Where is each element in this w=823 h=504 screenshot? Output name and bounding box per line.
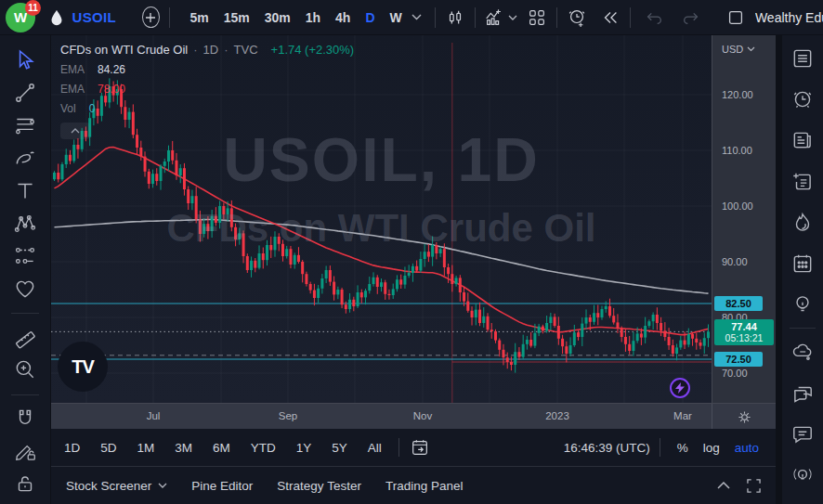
utc-clock[interactable]: 16:46:39 (UTC) bbox=[564, 441, 650, 455]
legend-collapse-button[interactable] bbox=[60, 123, 90, 139]
chat-comment-icon[interactable] bbox=[790, 422, 816, 446]
legend-indicator-row[interactable]: EMA78.00 bbox=[60, 83, 354, 96]
fullscreen-icon[interactable] bbox=[747, 479, 761, 493]
trend-line-tool-button[interactable] bbox=[12, 81, 38, 105]
legend-indicator-row[interactable]: EMA84.26 bbox=[60, 63, 354, 76]
price-tick: 90.00 bbox=[722, 256, 748, 267]
price-tick: 110.00 bbox=[722, 145, 752, 156]
price-scale-currency[interactable]: USD bbox=[722, 44, 755, 55]
timeframe-D[interactable]: D bbox=[359, 7, 380, 28]
gear-icon[interactable] bbox=[738, 410, 751, 424]
range-1d[interactable]: 1D bbox=[57, 437, 87, 459]
ideas-bulb-icon[interactable] bbox=[790, 292, 816, 317]
indicators-chevron-icon[interactable] bbox=[504, 12, 521, 22]
range-ytd[interactable]: YTD bbox=[243, 437, 283, 459]
last-price-label: 77.4405:13:21 bbox=[714, 319, 774, 345]
legend-title-row[interactable]: CFDs on WTI Crude Oil · 1D · TVC +1.74 (… bbox=[60, 43, 354, 57]
percent-scale-button[interactable]: % bbox=[670, 438, 696, 458]
fib-retracement-tool-button[interactable] bbox=[12, 113, 38, 137]
right-sidebar bbox=[776, 35, 823, 504]
compare-add-symbol-button[interactable] bbox=[142, 6, 160, 28]
brush-tool-button[interactable] bbox=[12, 146, 38, 170]
save-layout-icon[interactable] bbox=[725, 6, 746, 29]
price-tick: 100.00 bbox=[722, 200, 753, 212]
calendar-icon[interactable] bbox=[790, 252, 816, 276]
drawing-mode-lock-button[interactable] bbox=[12, 439, 38, 463]
streams-icon[interactable] bbox=[790, 463, 816, 487]
news-icon[interactable] bbox=[790, 128, 816, 152]
alerts-icon[interactable] bbox=[790, 87, 816, 111]
magnet-tool-button[interactable] bbox=[12, 406, 38, 430]
tab-label: Trading Panel bbox=[385, 479, 464, 493]
divider bbox=[556, 7, 557, 28]
timeframe-5m[interactable]: 5m bbox=[184, 7, 214, 28]
redo-button[interactable] bbox=[681, 6, 701, 29]
tab-pine-editor[interactable]: Pine Editor bbox=[191, 479, 253, 493]
timeframe-4h[interactable]: 4h bbox=[330, 7, 356, 28]
public-chats-icon[interactable] bbox=[790, 381, 816, 405]
last-price-value: 77.44 bbox=[714, 321, 774, 332]
legend-indicator-rows: EMA84.26EMA78.00Vol0 bbox=[60, 63, 354, 115]
time-scale[interactable]: JulSepNov2023Mar bbox=[51, 403, 776, 429]
divider bbox=[11, 313, 39, 314]
auto-scale-button[interactable]: auto bbox=[727, 438, 766, 458]
indicator-value: 0 bbox=[89, 102, 96, 115]
tab-stock-screener[interactable]: Stock Screener bbox=[66, 479, 167, 493]
forecast-tool-button[interactable] bbox=[12, 244, 38, 268]
account-name[interactable]: Wealthy Educ... bbox=[755, 10, 823, 25]
range-3m[interactable]: 3M bbox=[167, 437, 200, 459]
watchlist-icon[interactable] bbox=[790, 46, 816, 71]
emoji-heart-tool-button[interactable] bbox=[12, 277, 38, 301]
candle-style-button[interactable] bbox=[445, 6, 465, 29]
oil-drop-icon bbox=[47, 8, 66, 27]
timeframe-1h[interactable]: 1h bbox=[300, 7, 326, 28]
hotlists-flame-icon[interactable] bbox=[790, 211, 816, 235]
timeframe-30m[interactable]: 30m bbox=[259, 7, 296, 28]
account-logo[interactable]: W 11 bbox=[0, 0, 34, 35]
tradingview-app: W 11 USOIL 5m15m30m1h4hDW bbox=[0, 0, 823, 504]
layout-grid-button[interactable] bbox=[527, 6, 547, 29]
lock-all-drawings-button[interactable] bbox=[12, 472, 38, 496]
chevron-down-icon[interactable] bbox=[408, 12, 425, 22]
time-tick: 2023 bbox=[545, 410, 569, 421]
indicator-value: 78.00 bbox=[98, 83, 125, 96]
indicators-button[interactable] bbox=[484, 6, 504, 29]
timeframe-W[interactable]: W bbox=[385, 7, 408, 28]
alert-add-button[interactable] bbox=[567, 6, 587, 29]
go-to-date-button[interactable] bbox=[409, 436, 431, 459]
divider bbox=[790, 328, 816, 329]
scales-settings-corner[interactable] bbox=[712, 404, 776, 430]
undo-button[interactable] bbox=[644, 6, 664, 29]
top-toolbar: W 11 USOIL 5m15m30m1h4hDW bbox=[0, 0, 823, 35]
tab-trading-panel[interactable]: Trading Panel bbox=[385, 479, 464, 493]
replay-button[interactable] bbox=[600, 6, 621, 29]
pattern-tool-button[interactable] bbox=[12, 212, 38, 236]
tradingview-logo[interactable]: TV bbox=[58, 342, 108, 392]
timeframe-15m[interactable]: 15m bbox=[218, 7, 255, 28]
range-6m[interactable]: 6M bbox=[205, 437, 238, 459]
log-scale-button[interactable]: log bbox=[696, 438, 727, 458]
instant-trading-icon[interactable] bbox=[670, 378, 690, 398]
legend-interval[interactable]: 1D bbox=[203, 43, 219, 57]
range-1y[interactable]: 1Y bbox=[289, 437, 320, 459]
symbol-group[interactable]: USOIL bbox=[47, 8, 116, 27]
chart-pane[interactable]: USOIL, 1D CFDs on WTI Crude Oil CFDs on … bbox=[51, 35, 712, 403]
zoom-in-tool-button[interactable] bbox=[12, 357, 38, 381]
measure-ruler-tool-button[interactable] bbox=[12, 325, 38, 349]
range-1m[interactable]: 1M bbox=[130, 437, 163, 459]
symbol-name[interactable]: USOIL bbox=[72, 9, 116, 25]
range-5d[interactable]: 5D bbox=[93, 437, 124, 459]
expand-panel-chevron-icon[interactable] bbox=[717, 482, 730, 489]
cursor-tool-button[interactable] bbox=[12, 48, 38, 72]
minds-cloud-icon[interactable] bbox=[790, 340, 816, 364]
price-tick: 120.00 bbox=[722, 89, 753, 100]
text-notes-icon[interactable] bbox=[790, 170, 816, 194]
separator-dot: · bbox=[193, 43, 197, 57]
text-tool-button[interactable] bbox=[12, 179, 38, 203]
range-5y[interactable]: 5Y bbox=[324, 437, 355, 459]
tab-strategy-tester[interactable]: Strategy Tester bbox=[277, 479, 361, 493]
range-all[interactable]: All bbox=[360, 437, 389, 459]
legend-symbol-title[interactable]: CFDs on WTI Crude Oil bbox=[60, 43, 188, 57]
legend-indicator-row[interactable]: Vol0 bbox=[60, 102, 354, 115]
price-scale[interactable]: USD 120.00110.00100.0090.0080.0070.0082.… bbox=[712, 35, 776, 403]
